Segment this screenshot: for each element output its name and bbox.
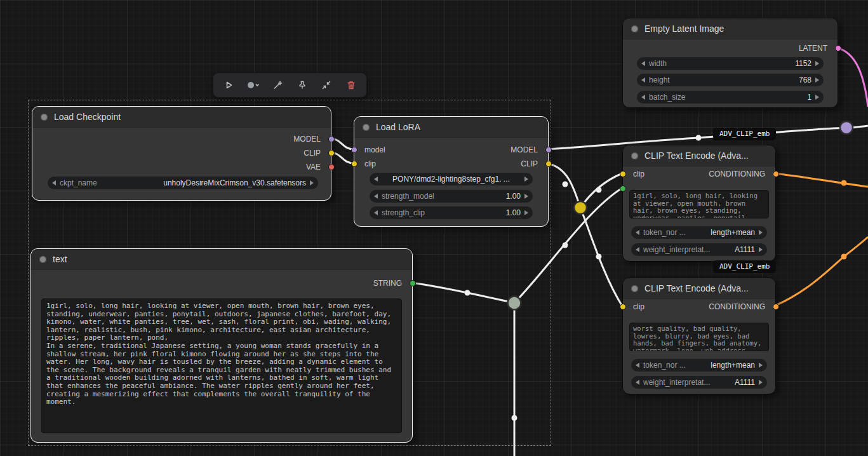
input-port-clip[interactable] <box>620 171 626 177</box>
collapse-dot-icon[interactable] <box>39 256 46 263</box>
output-port-model[interactable] <box>328 136 335 142</box>
widget-weight-interpretation[interactable]: weight_interpretat... A1111 <box>631 243 767 256</box>
collapse-dot-icon[interactable] <box>41 114 48 121</box>
node-header[interactable]: Load LoRA <box>354 117 548 138</box>
prompt-preview[interactable]: worst quality, bad quality, lowres, blur… <box>629 323 769 351</box>
output-port-model[interactable] <box>545 147 552 153</box>
next-option-arrow-icon[interactable] <box>310 180 314 185</box>
node-clip-text-encode-positive[interactable]: CLIP Text Encode (Adva... clip CONDITION… <box>622 145 776 262</box>
prev-option-arrow-icon[interactable] <box>636 247 639 252</box>
decrement-arrow-icon[interactable] <box>641 95 645 100</box>
prev-option-arrow-icon[interactable] <box>636 363 639 368</box>
output-port-latent[interactable] <box>835 45 841 51</box>
prompt-textarea[interactable]: 1girl, solo, long hair, looking at viewe… <box>41 298 402 433</box>
decrement-arrow-icon[interactable] <box>641 77 645 83</box>
output-label-clip: CLIP <box>304 149 321 158</box>
collapse-dot-icon[interactable] <box>631 152 638 159</box>
collapse-dot-icon[interactable] <box>631 285 638 292</box>
next-option-arrow-icon[interactable] <box>759 230 763 235</box>
node-load-checkpoint[interactable]: Load Checkpoint MODEL CLIP VAE ckpt_name… <box>32 106 331 201</box>
node-load-lora[interactable]: Load LoRA model clip MODEL CLIP PONY/dmd… <box>354 116 549 227</box>
node-text[interactable]: text STRING 1girl, solo, long hair, look… <box>30 248 413 443</box>
node-header[interactable]: text <box>31 249 412 270</box>
input-port-model[interactable] <box>351 147 357 153</box>
widget-label: strength_clip <box>382 208 425 217</box>
increment-arrow-icon[interactable] <box>815 61 819 66</box>
node-empty-latent-image[interactable]: Empty Latent Image LATENT width 1152 hei… <box>622 18 838 108</box>
input-label-model: model <box>364 145 385 154</box>
reroute-node-clip[interactable] <box>574 201 587 214</box>
node-title: Load Checkpoint <box>54 112 121 122</box>
widget-value[interactable]: length+mean <box>711 228 755 237</box>
input-port-clip[interactable] <box>620 304 626 310</box>
output-port-string[interactable] <box>410 280 416 286</box>
widget-width[interactable]: width 1152 <box>637 57 824 70</box>
decrement-arrow-icon[interactable] <box>374 210 378 215</box>
prompt-preview[interactable]: 1girl, solo, long hair, looking at viewe… <box>629 190 769 218</box>
prev-option-arrow-icon[interactable] <box>636 380 639 385</box>
input-port-clip[interactable] <box>351 161 357 167</box>
node-clip-text-encode-negative[interactable]: CLIP Text Encode (Adva... clip CONDITION… <box>622 278 776 394</box>
collapse-dot-icon[interactable] <box>363 124 370 131</box>
collapse-button[interactable] <box>317 76 335 94</box>
link-cond-positive <box>774 173 868 187</box>
increment-arrow-icon[interactable] <box>815 77 819 83</box>
node-header[interactable]: Load Checkpoint <box>32 107 331 128</box>
next-option-arrow-icon[interactable] <box>759 363 763 368</box>
reroute-node-string[interactable] <box>508 297 521 310</box>
widget-value[interactable]: 1.00 <box>506 192 521 201</box>
next-option-arrow-icon[interactable] <box>524 177 528 182</box>
prev-option-arrow-icon[interactable] <box>52 180 56 185</box>
widget-token-normalization[interactable]: token_nor ... length+mean <box>631 359 767 372</box>
widget-value[interactable]: unholyDesireMixCrimson_v30.safetensors <box>163 178 306 187</box>
pin-button[interactable] <box>293 76 311 94</box>
output-port-clip[interactable] <box>545 161 552 167</box>
widget-value[interactable]: PONY/dmd2-lighting8step_cfg1. ... <box>392 175 510 184</box>
widget-value[interactable]: 1.00 <box>506 208 521 217</box>
widget-ckpt-name[interactable]: ckpt_name unholyDesireMixCrimson_v30.saf… <box>48 177 318 189</box>
increment-arrow-icon[interactable] <box>524 210 528 215</box>
comfyui-node-canvas[interactable]: Empty Latent Image LATENT width 1152 hei… <box>0 0 868 456</box>
prev-option-arrow-icon[interactable] <box>374 177 378 182</box>
increment-arrow-icon[interactable] <box>524 194 528 199</box>
widget-strength-clip[interactable]: strength_clip 1.00 <box>370 206 533 219</box>
delete-button[interactable] <box>342 76 360 94</box>
decrement-arrow-icon[interactable] <box>641 61 645 66</box>
widget-value[interactable]: length+mean <box>711 361 755 370</box>
output-label-clip: CLIP <box>521 159 538 168</box>
output-port-conditioning[interactable] <box>773 304 779 310</box>
conditioning-midpoint-dots <box>841 180 847 260</box>
next-option-arrow-icon[interactable] <box>759 380 763 385</box>
reroute-node-model[interactable] <box>840 121 853 134</box>
increment-arrow-icon[interactable] <box>815 95 819 100</box>
widget-weight-interpretation[interactable]: weight_interpretat... A1111 <box>631 376 767 389</box>
node-badge: ADV_CLIP_emb <box>713 128 776 140</box>
widget-token-normalization[interactable]: token_nor ... length+mean <box>631 226 767 239</box>
node-header[interactable]: Empty Latent Image <box>623 18 838 39</box>
widget-value[interactable]: A1111 <box>735 245 755 254</box>
widget-value[interactable]: A1111 <box>735 378 755 387</box>
widget-height[interactable]: height 768 <box>637 74 824 86</box>
collapse-dot-icon[interactable] <box>631 25 638 32</box>
node-header[interactable]: CLIP Text Encode (Adva... <box>623 278 775 299</box>
node-title: CLIP Text Encode (Adva... <box>644 283 749 293</box>
widget-value[interactable]: 1152 <box>795 59 811 68</box>
wand-button[interactable] <box>269 76 286 94</box>
link-string-out <box>411 283 514 303</box>
input-port-text[interactable] <box>620 185 626 192</box>
widget-lora-name[interactable]: PONY/dmd2-lighting8step_cfg1. ... <box>370 173 533 185</box>
widget-batch-size[interactable]: batch_size 1 <box>637 91 824 104</box>
next-option-arrow-icon[interactable] <box>759 247 763 252</box>
output-port-vae[interactable] <box>328 164 335 170</box>
node-header[interactable]: CLIP Text Encode (Adva... <box>623 145 775 166</box>
widget-value[interactable]: 1 <box>807 93 811 102</box>
decrement-arrow-icon[interactable] <box>374 194 378 199</box>
prev-option-arrow-icon[interactable] <box>636 230 639 235</box>
run-button[interactable] <box>220 76 237 94</box>
widget-value[interactable]: 768 <box>799 76 811 84</box>
output-port-clip[interactable] <box>328 150 335 156</box>
color-picker-button[interactable] <box>244 76 262 94</box>
widget-strength-model[interactable]: strength_model 1.00 <box>370 190 533 203</box>
output-port-conditioning[interactable] <box>773 171 779 177</box>
play-icon <box>224 80 234 90</box>
